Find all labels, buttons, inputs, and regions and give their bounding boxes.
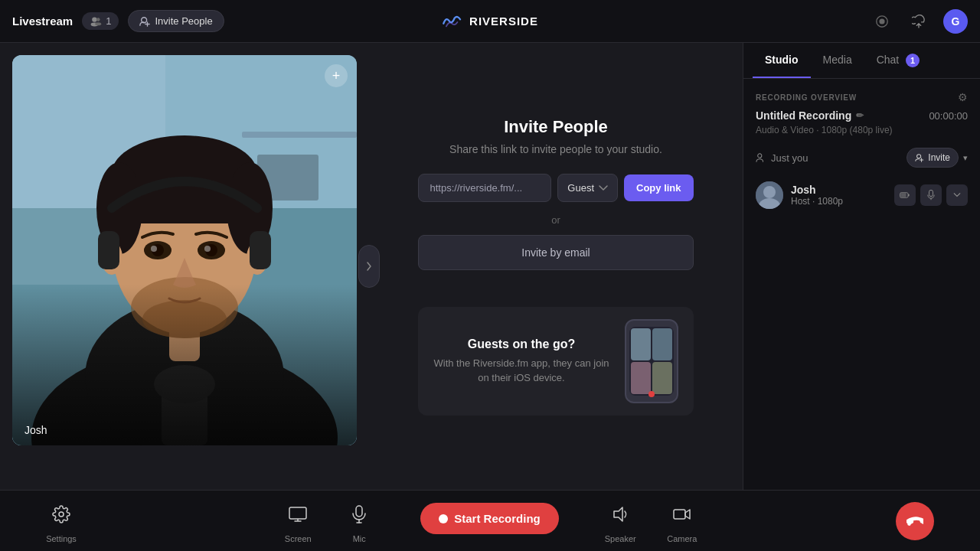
chat-badge: 1 — [906, 54, 920, 67]
settings-label: Settings — [46, 534, 77, 543]
participant-mic-icon[interactable] — [920, 184, 942, 206]
mobile-promo-section: Guests on the go? With the Riverside.fm … — [418, 307, 693, 416]
video-area: + Josh — [0, 43, 369, 490]
svg-rect-58 — [674, 510, 685, 519]
svg-rect-47 — [900, 194, 906, 197]
upload-icon[interactable] — [906, 9, 931, 34]
invite-by-email-button[interactable]: Invite by email — [418, 235, 693, 270]
svg-point-38 — [758, 154, 762, 158]
participant-avatar — [756, 181, 783, 209]
toolbar-center: Screen Mic Start Recording Start Recordi… — [283, 499, 697, 543]
recording-name: Untitled Recording ✏ — [756, 109, 864, 122]
svg-point-1 — [96, 18, 100, 21]
phone-hangup-icon — [906, 513, 923, 530]
collapse-panel-button[interactable] — [358, 245, 380, 288]
chevron-right-icon — [365, 260, 373, 272]
invite-icon — [139, 16, 150, 27]
logo-icon — [442, 14, 463, 29]
battery-icon — [900, 192, 910, 198]
svg-rect-48 — [929, 190, 933, 196]
sidebar-invite-button[interactable]: Invite — [906, 148, 959, 168]
role-label: Guest — [567, 182, 594, 194]
svg-rect-54 — [356, 506, 362, 517]
screen-icon — [283, 499, 313, 530]
mic-icon — [344, 499, 374, 530]
camera-tool[interactable]: Camera — [667, 499, 697, 543]
svg-rect-11 — [242, 132, 357, 138]
link-row: https://riverside.fm/... Guest Copy link — [418, 174, 693, 202]
recording-time: 00:00:00 — [929, 110, 968, 122]
or-divider: or — [418, 214, 693, 226]
participants-count-label: Just you — [756, 152, 808, 164]
svg-marker-57 — [614, 507, 622, 521]
edit-recording-name-icon[interactable]: ✏ — [856, 110, 864, 121]
participants-icon — [90, 16, 102, 27]
svg-point-30 — [204, 246, 211, 252]
participant-role: Host · 1080p — [791, 196, 887, 207]
svg-point-39 — [917, 155, 921, 158]
chevron-down-sm-icon — [953, 193, 961, 197]
add-feed-button[interactable]: + — [325, 64, 348, 87]
video-camera-icon — [673, 507, 691, 521]
recording-settings-icon[interactable]: ⚙ — [958, 91, 968, 103]
avatar-image — [756, 181, 783, 209]
circle-icon — [875, 15, 889, 28]
tab-media[interactable]: Media — [811, 43, 864, 78]
svg-rect-51 — [289, 507, 306, 519]
user-avatar[interactable]: G — [943, 9, 968, 34]
screen-tool[interactable]: Screen — [283, 499, 313, 543]
recording-label: RECORDING OVERVIEW — [756, 93, 857, 102]
copy-link-button[interactable]: Copy link — [624, 174, 694, 201]
volume-icon — [612, 506, 629, 523]
tab-studio[interactable]: Studio — [753, 43, 811, 78]
invite-title: Invite People — [418, 117, 693, 137]
invite-subtitle: Share this link to invite people to your… — [418, 143, 693, 155]
camera-label: Camera — [667, 534, 697, 543]
participant-expand-icon[interactable] — [946, 184, 968, 206]
participant-info: Josh Host · 1080p — [791, 184, 887, 207]
phone-screen — [629, 327, 674, 396]
svg-rect-37 — [12, 285, 357, 445]
hangup-button[interactable] — [896, 502, 934, 540]
invite-content: Invite People Share this link to invite … — [418, 117, 693, 416]
svg-point-3 — [95, 22, 101, 25]
promo-body: With the Riverside.fm app, they can join… — [433, 356, 609, 386]
svg-point-0 — [92, 17, 96, 21]
monitor-icon — [289, 507, 307, 522]
svg-rect-34 — [250, 231, 271, 269]
mic-tool[interactable]: Mic — [344, 499, 374, 543]
svg-point-43 — [763, 186, 776, 198]
mic-small-icon — [927, 190, 935, 201]
main-content: + Josh Invite People Share this link to … — [0, 43, 980, 490]
topbar-left: Livestream 1 Invite People — [12, 10, 490, 32]
participants-header: Just you Invite ▾ — [756, 148, 968, 168]
svg-rect-46 — [908, 194, 910, 196]
recording-info: Audio & Video · 1080p (480p live) — [756, 125, 968, 135]
person-video — [12, 55, 357, 445]
invite-people-button[interactable]: Invite People — [128, 10, 224, 32]
svg-point-29 — [151, 246, 157, 252]
participant-row: Josh Host · 1080p — [756, 177, 968, 214]
phone-record-indicator — [648, 391, 655, 397]
start-recording-button[interactable]: Start Recording — [420, 503, 559, 534]
topbar-right: G — [490, 9, 968, 34]
tab-chat[interactable]: Chat 1 — [864, 43, 932, 78]
participants-count: 1 — [106, 15, 111, 27]
sidebar-tabs: Studio Media Chat 1 — [743, 43, 980, 79]
settings-icon — [46, 499, 77, 530]
role-selector[interactable]: Guest — [557, 174, 618, 202]
mic-label: Mic — [353, 534, 366, 543]
invite-btn-label: Invite People — [155, 15, 212, 27]
participant-name: Josh — [791, 184, 887, 196]
svg-point-8 — [879, 18, 884, 24]
video-participant-name: Josh — [24, 424, 47, 436]
record-label: Start Recording — [454, 512, 541, 525]
speaker-label: Speaker — [605, 534, 636, 543]
participants-expand-icon[interactable]: ▾ — [963, 153, 968, 163]
settings-tool[interactable]: Settings — [46, 499, 77, 543]
promo-title: Guests on the go? — [433, 337, 609, 351]
recording-overview: RECORDING OVERVIEW ⚙ Untitled Recording … — [756, 91, 968, 135]
speaker-tool[interactable]: Speaker — [605, 499, 636, 543]
topbar: Livestream 1 Invite People RIVERS — [0, 0, 980, 43]
svg-rect-33 — [98, 231, 119, 269]
